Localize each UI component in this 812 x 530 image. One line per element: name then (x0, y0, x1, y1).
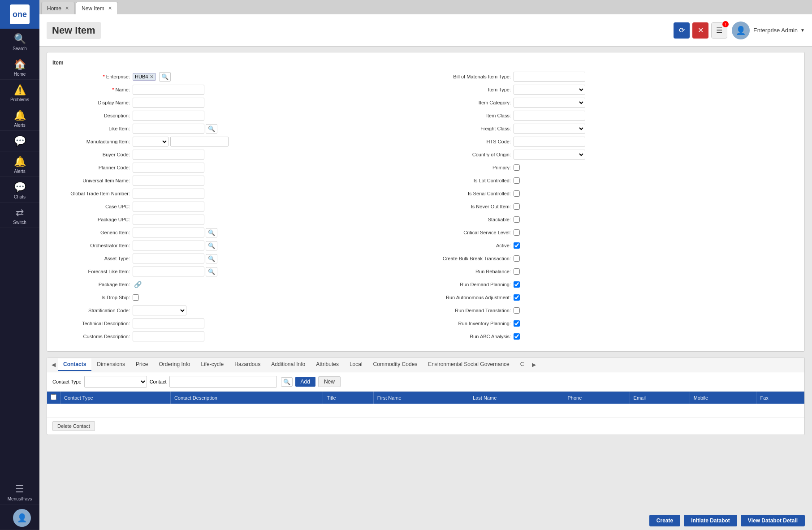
buyer-code-input[interactable] (133, 150, 204, 159)
like-item-input[interactable] (133, 124, 204, 134)
is-never-out-checkbox[interactable] (514, 203, 520, 210)
item-type-row: Item Type: (435, 84, 797, 95)
manufacturing-item-input[interactable] (170, 137, 229, 147)
sidebar-item-user-avatar[interactable]: 👤 (0, 504, 39, 530)
active-checkbox[interactable] (514, 242, 520, 249)
sidebar-item-home[interactable]: 🏠 Home (0, 54, 39, 80)
refresh-button[interactable]: ⟳ (674, 22, 690, 39)
run-rebalance-checkbox[interactable] (514, 268, 520, 275)
is-serial-controlled-checkbox[interactable] (514, 190, 520, 197)
run-demand-translation-checkbox[interactable] (514, 307, 520, 314)
tab-dimensions[interactable]: Dimensions (91, 358, 130, 371)
tab-hazardous[interactable]: Hazardous (229, 358, 266, 371)
enterprise-search-btn[interactable]: 🔍 (159, 72, 171, 82)
global-trade-input[interactable] (133, 189, 204, 198)
bom-item-type-input[interactable] (514, 72, 585, 82)
tab-home-close[interactable]: ✕ (65, 5, 69, 11)
tab-contacts[interactable]: Contacts (58, 358, 91, 371)
enterprise-remove[interactable]: ✕ (150, 74, 154, 80)
generic-item-input[interactable] (133, 228, 204, 237)
universal-item-name-input[interactable] (133, 176, 204, 185)
new-button[interactable]: New (318, 376, 341, 387)
add-button[interactable]: Add (295, 377, 315, 387)
stratification-code-select[interactable] (133, 306, 186, 315)
contact-input[interactable] (169, 376, 277, 388)
manufacturing-item-select[interactable] (133, 137, 168, 147)
sidebar-item-alerts2[interactable]: 🔔 Alerts (0, 151, 39, 177)
run-abc-analysis-checkbox[interactable] (514, 333, 520, 340)
user-dropdown[interactable]: Enterprise Admin ▼ (753, 27, 805, 34)
run-inventory-planning-label: Run Inventory Planning: (435, 321, 514, 326)
forecast-like-item-search-btn[interactable]: 🔍 (206, 267, 217, 276)
col-mobile: Mobile (690, 392, 756, 404)
critical-service-level-checkbox[interactable] (514, 229, 520, 236)
primary-checkbox[interactable] (514, 164, 520, 171)
case-upc-input[interactable] (133, 202, 204, 211)
sidebar-item-menus[interactable]: ☰ Menus/Favs (0, 479, 39, 504)
asset-type-input[interactable] (133, 254, 204, 263)
run-autonomous-adjustment-checkbox[interactable] (514, 294, 520, 301)
critical-service-level-label: Critical Service Level: (435, 230, 514, 235)
country-of-origin-select[interactable] (514, 150, 585, 159)
tab-scroll-right[interactable]: ▶ (529, 358, 538, 372)
run-inventory-planning-checkbox[interactable] (514, 320, 520, 327)
customs-description-input[interactable] (133, 332, 204, 341)
like-item-search-btn[interactable]: 🔍 (206, 124, 217, 134)
sidebar-item-chats2[interactable]: 💬 Chats (0, 177, 39, 203)
tab-price[interactable]: Price (130, 358, 153, 371)
tab-new-item[interactable]: New Item ✕ (76, 2, 118, 14)
generic-item-search-btn[interactable]: 🔍 (206, 228, 217, 237)
tab-c[interactable]: C (515, 358, 530, 371)
create-button[interactable]: Create (649, 515, 680, 526)
tab-ordering-info[interactable]: Ordering Info (153, 358, 195, 371)
is-lot-controlled-checkbox[interactable] (514, 177, 520, 184)
package-item-link-btn[interactable]: 🔗 (134, 281, 142, 288)
tab-new-item-close[interactable]: ✕ (108, 5, 112, 11)
delete-contact-button[interactable]: Delete Contact (52, 421, 95, 431)
tab-home[interactable]: Home ✕ (41, 2, 75, 14)
sidebar-item-chats1[interactable]: 💬 (0, 131, 39, 151)
item-category-select[interactable] (514, 98, 585, 108)
item-type-select[interactable] (514, 85, 585, 95)
close-button[interactable]: ✕ (692, 22, 708, 39)
asset-type-search-btn[interactable]: 🔍 (206, 254, 217, 263)
freight-class-select[interactable] (514, 124, 585, 134)
tab-local[interactable]: Local (344, 358, 368, 371)
tab-life-cycle[interactable]: Life-cycle (195, 358, 229, 371)
is-drop-ship-checkbox[interactable] (133, 294, 139, 301)
package-upc-input[interactable] (133, 215, 204, 224)
contact-type-select[interactable] (84, 376, 147, 388)
contact-search-btn[interactable]: 🔍 (281, 377, 293, 387)
create-bulk-break-checkbox[interactable] (514, 255, 520, 262)
run-rebalance-label: Run Rebalance: (435, 269, 514, 274)
orchestrator-item-input[interactable] (133, 241, 204, 250)
sidebar-item-search[interactable]: 🔍 Search (0, 29, 39, 54)
orchestrator-item-search-btn[interactable]: 🔍 (206, 241, 217, 250)
app-logo[interactable]: one (0, 0, 39, 29)
tab-attributes[interactable]: Attributes (311, 358, 344, 371)
forecast-like-item-input[interactable] (133, 267, 204, 276)
sidebar-item-switch[interactable]: ⇄ Switch (0, 203, 39, 228)
technical-description-input[interactable] (133, 319, 204, 328)
run-demand-planning-checkbox[interactable] (514, 281, 520, 288)
tab-scroll-left[interactable]: ◀ (49, 358, 58, 372)
select-all-checkbox[interactable] (51, 394, 56, 400)
planner-code-row: Planner Code: (54, 162, 417, 173)
name-input[interactable] (133, 85, 204, 95)
tab-commodity-codes[interactable]: Commodity Codes (368, 358, 423, 371)
tab-additional-info[interactable]: Additional Info (266, 358, 311, 371)
stackable-checkbox[interactable] (514, 216, 520, 223)
hts-code-input[interactable] (514, 137, 585, 147)
item-class-input[interactable] (514, 111, 585, 121)
display-name-input[interactable] (133, 98, 204, 108)
col-first-name: First Name (373, 392, 469, 404)
sidebar-item-alerts1[interactable]: 🔔 Alerts (0, 105, 39, 131)
sidebar-item-problems[interactable]: ⚠️ Problems (0, 80, 39, 105)
menu-button[interactable]: ☰ ! (711, 22, 727, 39)
view-databot-detail-button[interactable]: View Databot Detail (741, 515, 805, 526)
initiate-databot-button[interactable]: Initiate Databot (684, 515, 737, 526)
sidebar: one 🔍 Search 🏠 Home ⚠️ Problems 🔔 Alerts… (0, 0, 39, 530)
planner-code-input[interactable] (133, 163, 204, 172)
tab-environmental[interactable]: Environmental Social Governance (423, 358, 514, 371)
description-input[interactable] (133, 111, 204, 121)
